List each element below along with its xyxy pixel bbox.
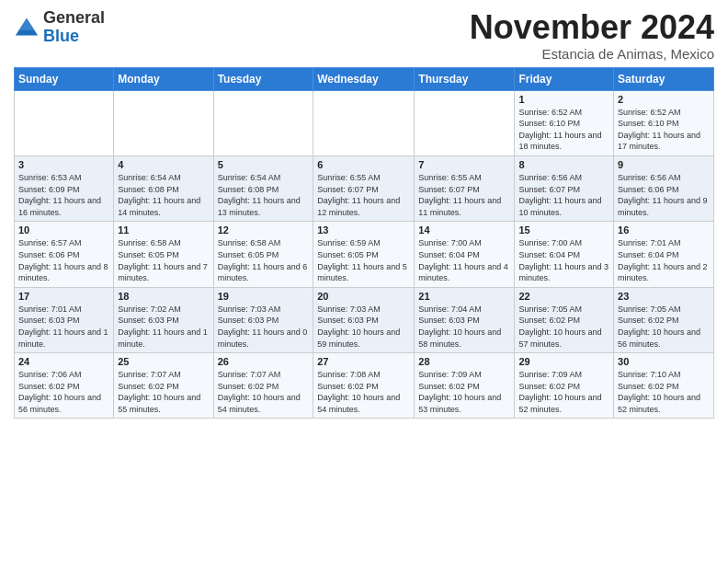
location: Estancia de Animas, Mexico — [470, 46, 714, 62]
day-info: Sunrise: 7:08 AM Sunset: 6:02 PM Dayligh… — [317, 369, 410, 415]
calendar-cell: 3Sunrise: 6:53 AM Sunset: 6:09 PM Daylig… — [15, 155, 114, 221]
calendar-cell: 19Sunrise: 7:03 AM Sunset: 6:03 PM Dayli… — [213, 287, 313, 352]
calendar-cell: 7Sunrise: 6:55 AM Sunset: 6:07 PM Daylig… — [415, 155, 515, 221]
day-number: 28 — [418, 356, 510, 367]
day-number: 16 — [618, 224, 710, 236]
day-info: Sunrise: 7:03 AM Sunset: 6:03 PM Dayligh… — [317, 304, 410, 350]
day-info: Sunrise: 7:02 AM Sunset: 6:03 PM Dayligh… — [118, 304, 209, 350]
calendar-cell — [15, 90, 114, 155]
day-number: 15 — [518, 224, 609, 236]
day-number: 19 — [218, 291, 310, 302]
calendar-cell: 12Sunrise: 6:58 AM Sunset: 6:05 PM Dayli… — [213, 222, 313, 287]
calendar-cell: 5Sunrise: 6:54 AM Sunset: 6:08 PM Daylig… — [213, 155, 313, 221]
day-info: Sunrise: 7:00 AM Sunset: 6:04 PM Dayligh… — [418, 237, 510, 283]
page-header: General Blue November 2024 Estancia de A… — [14, 9, 714, 62]
calendar-cell: 14Sunrise: 7:00 AM Sunset: 6:04 PM Dayli… — [415, 222, 515, 287]
day-number: 21 — [418, 291, 510, 302]
calendar-cell: 22Sunrise: 7:05 AM Sunset: 6:02 PM Dayli… — [515, 287, 614, 352]
day-number: 6 — [317, 159, 410, 170]
day-info: Sunrise: 7:10 AM Sunset: 6:02 PM Dayligh… — [618, 369, 710, 415]
calendar-cell: 29Sunrise: 7:09 AM Sunset: 6:02 PM Dayli… — [515, 353, 614, 419]
calendar-cell: 2Sunrise: 6:52 AM Sunset: 6:10 PM Daylig… — [614, 90, 714, 155]
weekday-header-saturday: Saturday — [614, 67, 714, 90]
calendar-cell: 18Sunrise: 7:02 AM Sunset: 6:03 PM Dayli… — [114, 287, 213, 352]
logo-icon — [14, 15, 40, 40]
calendar-week-3: 10Sunrise: 6:57 AM Sunset: 6:06 PM Dayli… — [15, 222, 714, 287]
day-info: Sunrise: 7:00 AM Sunset: 6:04 PM Dayligh… — [518, 237, 609, 283]
day-number: 20 — [317, 291, 410, 302]
logo-blue: Blue — [43, 28, 105, 46]
day-number: 18 — [118, 291, 209, 302]
day-info: Sunrise: 6:56 AM Sunset: 6:06 PM Dayligh… — [618, 172, 710, 218]
day-number: 8 — [518, 159, 609, 170]
calendar-cell — [313, 90, 415, 155]
day-info: Sunrise: 6:55 AM Sunset: 6:07 PM Dayligh… — [418, 172, 510, 218]
day-info: Sunrise: 7:01 AM Sunset: 6:03 PM Dayligh… — [18, 304, 109, 350]
day-number: 27 — [317, 356, 410, 367]
calendar-cell: 26Sunrise: 7:07 AM Sunset: 6:02 PM Dayli… — [213, 353, 313, 419]
day-info: Sunrise: 7:01 AM Sunset: 6:04 PM Dayligh… — [618, 237, 710, 283]
title-block: November 2024 Estancia de Animas, Mexico — [470, 9, 714, 62]
day-info: Sunrise: 7:09 AM Sunset: 6:02 PM Dayligh… — [418, 369, 510, 415]
day-number: 5 — [218, 159, 310, 170]
day-info: Sunrise: 6:52 AM Sunset: 6:10 PM Dayligh… — [518, 107, 609, 153]
day-number: 9 — [618, 159, 710, 170]
day-info: Sunrise: 7:03 AM Sunset: 6:03 PM Dayligh… — [218, 304, 310, 350]
calendar-cell: 11Sunrise: 6:58 AM Sunset: 6:05 PM Dayli… — [114, 222, 213, 287]
calendar-cell: 20Sunrise: 7:03 AM Sunset: 6:03 PM Dayli… — [313, 287, 415, 352]
calendar-cell — [114, 90, 213, 155]
calendar-week-2: 3Sunrise: 6:53 AM Sunset: 6:09 PM Daylig… — [15, 155, 714, 221]
day-info: Sunrise: 6:57 AM Sunset: 6:06 PM Dayligh… — [18, 237, 109, 283]
day-info: Sunrise: 7:07 AM Sunset: 6:02 PM Dayligh… — [118, 369, 209, 415]
weekday-header-monday: Monday — [114, 67, 213, 90]
calendar-cell: 25Sunrise: 7:07 AM Sunset: 6:02 PM Dayli… — [114, 353, 213, 419]
day-number: 25 — [118, 356, 209, 367]
day-info: Sunrise: 6:58 AM Sunset: 6:05 PM Dayligh… — [118, 237, 209, 283]
calendar-cell: 4Sunrise: 6:54 AM Sunset: 6:08 PM Daylig… — [114, 155, 213, 221]
day-info: Sunrise: 6:55 AM Sunset: 6:07 PM Dayligh… — [317, 172, 410, 218]
day-number: 11 — [118, 224, 209, 236]
calendar-cell: 21Sunrise: 7:04 AM Sunset: 6:03 PM Dayli… — [415, 287, 515, 352]
day-info: Sunrise: 6:54 AM Sunset: 6:08 PM Dayligh… — [218, 172, 310, 218]
day-number: 24 — [18, 356, 109, 367]
logo: General Blue — [14, 9, 105, 46]
day-number: 7 — [418, 159, 510, 170]
logo-general: General — [43, 9, 105, 28]
day-info: Sunrise: 6:58 AM Sunset: 6:05 PM Dayligh… — [218, 237, 310, 283]
day-number: 29 — [518, 356, 609, 367]
day-number: 22 — [518, 291, 609, 302]
calendar-cell: 24Sunrise: 7:06 AM Sunset: 6:02 PM Dayli… — [15, 353, 114, 419]
calendar-cell: 17Sunrise: 7:01 AM Sunset: 6:03 PM Dayli… — [15, 287, 114, 352]
calendar-table: SundayMondayTuesdayWednesdayThursdayFrid… — [14, 67, 714, 419]
day-number: 2 — [618, 94, 710, 105]
weekday-header-sunday: Sunday — [15, 67, 114, 90]
day-info: Sunrise: 7:07 AM Sunset: 6:02 PM Dayligh… — [218, 369, 310, 415]
calendar-week-4: 17Sunrise: 7:01 AM Sunset: 6:03 PM Dayli… — [15, 287, 714, 352]
calendar-cell — [415, 90, 515, 155]
day-number: 26 — [218, 356, 310, 367]
svg-marker-1 — [19, 18, 35, 30]
weekday-header-wednesday: Wednesday — [313, 67, 415, 90]
day-info: Sunrise: 7:06 AM Sunset: 6:02 PM Dayligh… — [18, 369, 109, 415]
day-number: 10 — [18, 224, 109, 236]
calendar-cell: 15Sunrise: 7:00 AM Sunset: 6:04 PM Dayli… — [515, 222, 614, 287]
calendar-cell: 23Sunrise: 7:05 AM Sunset: 6:02 PM Dayli… — [614, 287, 714, 352]
calendar-week-5: 24Sunrise: 7:06 AM Sunset: 6:02 PM Dayli… — [15, 353, 714, 419]
day-number: 1 — [518, 94, 609, 105]
day-number: 3 — [18, 159, 109, 170]
calendar-cell: 6Sunrise: 6:55 AM Sunset: 6:07 PM Daylig… — [313, 155, 415, 221]
day-info: Sunrise: 6:53 AM Sunset: 6:09 PM Dayligh… — [18, 172, 109, 218]
day-number: 14 — [418, 224, 510, 236]
calendar-week-1: 1Sunrise: 6:52 AM Sunset: 6:10 PM Daylig… — [15, 90, 714, 155]
calendar-cell — [213, 90, 313, 155]
calendar-cell: 13Sunrise: 6:59 AM Sunset: 6:05 PM Dayli… — [313, 222, 415, 287]
calendar-cell: 8Sunrise: 6:56 AM Sunset: 6:07 PM Daylig… — [515, 155, 614, 221]
calendar-cell: 27Sunrise: 7:08 AM Sunset: 6:02 PM Dayli… — [313, 353, 415, 419]
calendar-cell: 1Sunrise: 6:52 AM Sunset: 6:10 PM Daylig… — [515, 90, 614, 155]
weekday-header-thursday: Thursday — [415, 67, 515, 90]
logo-text: General Blue — [43, 9, 105, 46]
month-title: November 2024 — [470, 9, 714, 46]
day-info: Sunrise: 6:56 AM Sunset: 6:07 PM Dayligh… — [518, 172, 609, 218]
day-number: 30 — [618, 356, 710, 367]
day-info: Sunrise: 7:05 AM Sunset: 6:02 PM Dayligh… — [518, 304, 609, 350]
